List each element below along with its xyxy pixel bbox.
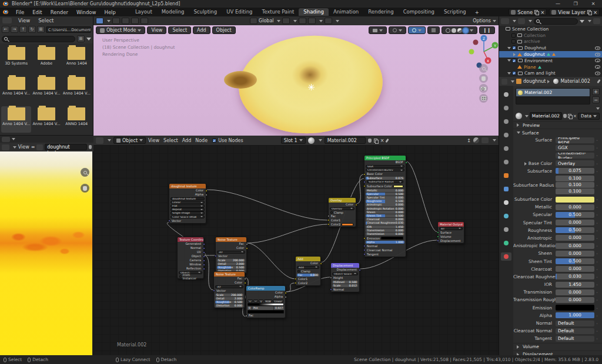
fake-user-icon[interactable] [89,145,92,149]
animate-dot[interactable]: ◦ [594,259,600,264]
outliner-search-input[interactable] [534,18,578,25]
animate-dot[interactable]: ◦ [594,314,600,318]
property-slider[interactable]: 0.000 [556,243,594,249]
socket-dot[interactable] [246,247,248,250]
viewport-ortho-button[interactable] [479,94,488,103]
animate-dot[interactable]: ◦ [594,138,600,142]
properties-tab-constraints[interactable] [501,225,511,234]
slot-specials-icon[interactable] [596,107,600,110]
material-unlink-icon[interactable]: × [380,138,384,143]
node-value-ior[interactable]: IOR1.450 [366,225,404,229]
socket-dot[interactable] [215,255,217,257]
colorramp-gradient[interactable] [248,303,284,306]
node-slider-clearcoat-roughness[interactable]: Clearcoat Roughness0.030 [366,221,404,225]
new-folder-icon[interactable]: ⊞ [37,26,45,33]
property-slider[interactable]: 0.000 [556,235,594,241]
shader-menu-view[interactable]: View [148,138,159,143]
material-datablock-name[interactable]: Material.002 [530,112,562,120]
folder-item[interactable]: Anno 1404 V... [31,106,61,133]
node-select[interactable]: Linear [170,201,205,204]
animate-dot[interactable]: ◦ [594,213,600,217]
menu-file[interactable]: File [12,9,28,15]
workspace-tab-uv-editing[interactable]: UV Editing [222,8,257,16]
workspace-tab-shading[interactable]: Shading [299,8,329,16]
socket-dot[interactable] [363,173,366,176]
vector-component[interactable]: 0.100 [556,188,594,194]
outliner-row-archive[interactable]: archive [499,39,602,45]
socket-dot[interactable] [405,161,407,164]
animate-dot[interactable]: ◦ [594,183,600,187]
folder-item[interactable]: ANNO 1404 [62,106,92,133]
object-type-visibility-dropdown[interactable] [369,26,387,34]
property-color-swatch[interactable] [556,305,594,311]
menu-render[interactable]: Render [46,9,72,15]
properties-tab-modifiers[interactable] [501,185,511,193]
socket-dot[interactable] [355,204,357,206]
viewport-menu-view[interactable]: View [147,26,166,34]
workspace-tab-sculpting[interactable]: Sculpting [189,8,222,16]
socket-dot[interactable] [246,243,248,245]
node-header[interactable]: Noise Texture [214,272,245,277]
collection-checkbox[interactable] [511,33,516,38]
cursor-tool-icon[interactable] [112,18,120,24]
node-select[interactable]: Add [297,266,319,269]
animate-dot[interactable]: ◦ [594,306,600,310]
scene-selector[interactable]: Scene× [509,9,547,15]
outliner-row-scene-collection[interactable]: Scene Collection [499,26,602,32]
node-header[interactable]: Overlay [329,198,356,203]
socket-dot[interactable] [205,194,208,196]
workspace-add-button[interactable]: + [471,9,483,15]
property-menu[interactable]: Principled BSDF [556,137,594,143]
material-preview-icon[interactable] [457,28,462,33]
new-view-layer-icon[interactable] [587,10,591,14]
color-swatch[interactable] [248,310,284,314]
socket-dot[interactable] [330,277,332,279]
viewport-menu-object[interactable]: Object [212,26,236,34]
node-colorramp[interactable]: ColorRampColorAlpha+−∨RGBLinear0Pos0.027… [246,285,286,318]
select-box-icon[interactable] [122,18,129,24]
breadcrumb-object[interactable]: doughnut [523,79,546,84]
node-image-name[interactable]: doughnut texture [170,197,205,201]
node-select[interactable]: Repeat [170,208,205,211]
material-name-field[interactable]: Material.002 [325,137,366,144]
colorramp-tools[interactable]: +−∨RGBLinear [248,299,284,303]
node-select[interactable]: 3D [217,251,245,254]
property-slider[interactable]: 0.000 [556,297,594,303]
node-value-scale[interactable]: Scale200.000 [215,294,243,297]
properties-tab-output[interactable] [501,117,511,126]
outliner-row-cam-and-light[interactable]: ✓Cam and light [499,70,602,77]
node-checkbox-from-instancer[interactable]: From Instancer [178,275,203,278]
node-header[interactable]: Noise Texture [216,237,246,242]
socket-dot[interactable] [437,240,439,242]
socket-dot[interactable] [285,296,287,298]
material-fake-user-icon[interactable] [368,139,372,143]
socket-dot[interactable] [437,235,439,238]
image-name-field[interactable]: doughnut texture [45,144,86,150]
slot-select[interactable]: Slot 1 [281,137,306,144]
animate-dot[interactable]: ◦ [594,329,600,333]
eye-visibility-icon[interactable] [595,65,600,69]
properties-editor-type-icon[interactable] [501,79,507,85]
outliner-display-mode-icon[interactable] [518,18,525,24]
animate-dot[interactable]: ◦ [594,169,600,173]
animate-dot[interactable]: ◦ [594,205,600,209]
eye-visibility-icon[interactable] [595,53,600,56]
properties-tab-tool[interactable] [501,90,511,99]
outliner-row-doughnut[interactable]: doughnut [499,51,602,58]
property-menu[interactable]: Default [556,336,594,342]
node-select[interactable]: Flat [170,204,205,208]
animate-dot[interactable]: ◦ [594,161,600,166]
workspace-tab-layout[interactable]: Layout [131,8,157,16]
refresh-icon[interactable]: ↻ [28,26,36,33]
outliner-filter-icon[interactable] [580,20,584,23]
overlays-dropdown[interactable] [408,26,426,34]
material-browse-icon[interactable] [308,137,315,144]
property-slider[interactable]: 0.000 [556,289,594,295]
file-path-field[interactable]: C:\Users\L...Documents\ [46,26,91,33]
folder-item[interactable]: Anno 1404 [62,46,92,72]
node-slider-anisotropic-rotation[interactable]: Anisotropic Rotation0.000 [366,207,404,211]
node-add[interactable]: AddColorAddClampFac0.800Color1Color2 [295,256,321,286]
ramp-tool-button[interactable]: RGB [264,299,272,303]
node-slider-sheen-tint[interactable]: Sheen Tint0.500 [366,214,404,218]
animate-dot[interactable]: ◦ [594,221,600,225]
